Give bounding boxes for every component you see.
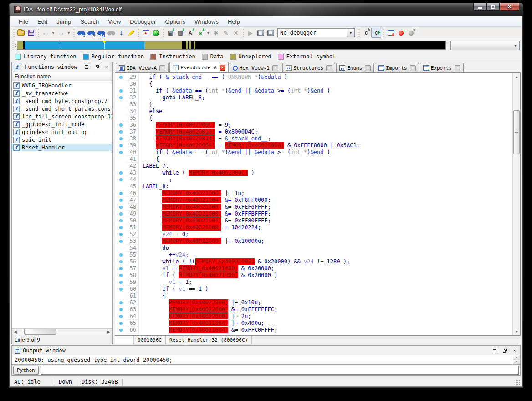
toolbar-group-handle[interactable] [72,29,75,37]
pseudocode-line-66[interactable]: 66 MEMORY[0x40021004] &= 0xFFC0FFFF; [115,327,512,334]
tab-close-icon[interactable]: × [272,65,278,71]
menu-item-file[interactable]: File [14,17,33,26]
pseudocode-line-42[interactable]: 42LABEL_7: [115,163,512,170]
pseudocode-line-45[interactable]: 45LABEL_8: [115,183,512,190]
pseudocode-line-41[interactable]: 41 { [115,156,512,163]
search-text-button[interactable]: T [86,28,96,38]
pseudocode-line-65[interactable]: 65 MEMORY[0x40021004] |= 0x400u; [115,320,512,327]
pseudocode-line-50[interactable]: 50 MEMORY[0x40021004] &= 0xFF80FFFF; [115,217,512,224]
menu-item-debugger[interactable]: Debugger [125,17,160,26]
patch-program-button[interactable]: ∗ [211,28,221,38]
forward-history-dropdown-button[interactable]: ▾ [66,28,72,38]
tab-close-icon[interactable]: × [455,65,460,71]
functions-close-icon[interactable]: × [103,64,110,70]
pseudocode-line-29[interactable]: 29 if ( &_stack_end__ == (_UNKNOWN *)&ed… [115,74,512,81]
back-history-dropdown-button[interactable]: ▾ [51,28,56,38]
tab-close-icon[interactable]: × [326,65,332,71]
scroll-down-icon[interactable]: ▼ [513,328,521,335]
output-log[interactable]: 20000450: using guessed type int dword_2… [12,355,520,365]
pseudocode-line-46[interactable]: 46 MEMORY[0x40021000] |= 1u; [115,190,512,197]
output-maximize-icon[interactable] [491,347,498,354]
toolbar-group-handle[interactable] [358,29,360,37]
tab-pseudocode[interactable]: Pseudocode-A× [169,62,228,72]
navband-down-icon[interactable]: ▾ [15,46,16,48]
pseudocode-line-58[interactable]: 58 if ( MEMORY[0x40021000] & 0x20000 ) [115,272,512,279]
pseudocode-line-52[interactable]: 52 v24 = 0; [115,231,512,238]
pseudocode-line-56[interactable]: 56 while ( !(MEMORY[0x40021000] & 0x2000… [115,258,512,265]
python-cli-input[interactable] [41,366,519,375]
debugger-selector-dropdown-icon[interactable]: ▾ [347,29,354,37]
search-again-button[interactable] [106,28,116,38]
breakpoint-list-button[interactable] [386,28,396,38]
function-row-_send_cmd_byte.constprop.7[interactable]: f_send_cmd_byte.constprop.7 [12,97,112,105]
tab-enums[interactable]: Enums× [336,63,374,72]
close-button[interactable]: ✕ [500,3,519,11]
functions-float-icon[interactable] [93,64,100,70]
scroll-track[interactable] [19,329,105,335]
functions-horizontal-scrollbar[interactable]: ◀ ▶ [12,328,112,335]
pseudocode-line-36[interactable]: 36 MEMORY[0x4002000C] = 9; [115,122,512,129]
pseudocode-line-54[interactable]: 54 do [115,245,512,252]
pseudocode-line-33[interactable]: 33 } [115,101,512,108]
navband-range-select[interactable]: ▾ [450,41,520,50]
pseudocode-line-30[interactable]: 30 { [115,81,512,87]
pseudocode-line-49[interactable]: 49 MEMORY[0x40021000] &= 0xFFFBFFFF; [115,211,512,217]
pseudocode-line-32[interactable]: 32 goto LABEL_8; [115,94,512,101]
navband-drag-handle[interactable] [11,41,14,50]
output-float-icon[interactable] [501,347,508,354]
debugger-pause-button[interactable] [256,28,266,38]
undefine-button[interactable]: ✕ [231,28,241,38]
toolbar-group-handle[interactable] [12,29,15,37]
pseudocode-line-34[interactable]: 34 else [115,108,512,115]
function-name-column-header[interactable]: Function name [12,72,112,81]
delete-breakpoint-button[interactable] [406,28,416,38]
pseudocode-line-37[interactable]: 37 MEMORY[0x40020010] = 0x8000D4C; [115,129,512,135]
debugger-start-button[interactable]: ▶ [246,28,256,38]
attach-to-process-button[interactable]: c [361,28,371,38]
debugger-selector[interactable]: No debugger ▾ [277,28,355,37]
pseudocode-line-61[interactable]: 61 { [115,293,512,299]
navigation-band[interactable] [17,41,446,50]
tab-exports[interactable]: Exports× [420,63,464,72]
function-row-_gpiodesc_init_mode[interactable]: f_gpiodesc_init_mode [12,120,112,128]
navband-range-dropdown-icon[interactable]: ▾ [512,41,519,50]
scroll-up-icon[interactable]: ▲ [513,73,521,80]
pseudocode-scroll-thumb[interactable] [513,110,520,154]
search-bytes-button[interactable]: 101 [96,28,106,38]
pseudocode-line-59[interactable]: 59 v1 = 1; [115,279,512,286]
menu-item-help[interactable]: Help [223,17,245,26]
pseudocode-line-60[interactable]: 60 if ( v1 == 1 ) [115,286,512,293]
pseudocode-line-44[interactable]: 44 ; [115,176,512,183]
make-data-button[interactable]: ▥+ [175,28,185,38]
pseudocode-text[interactable]: 29 if ( &_stack_end__ == (_UNKNOWN *)&ed… [115,73,512,335]
menu-item-options[interactable]: Options [160,17,190,26]
navigate-back-button[interactable]: ← [41,28,51,38]
function-row-_send_cmd_short_params.constprop[interactable]: f_send_cmd_short_params.constprop [12,105,112,113]
problems-list-button[interactable] [141,28,151,38]
jump-to-address-button[interactable]: ↓ [116,28,126,38]
pseudocode-line-40[interactable]: 40 if ( &edata == (int *)&end || &edata … [115,149,512,156]
open-file-button[interactable] [16,28,26,38]
pseudocode-line-64[interactable]: 64 MEMORY[0x40022000] |= 2u; [115,313,512,320]
pseudocode-line-62[interactable]: 62 MEMORY[0x40022000] |= 0x10u; [115,299,512,306]
output-scroll-up-icon[interactable]: ▲ [513,355,520,360]
menu-item-view[interactable]: View [103,17,125,26]
resize-grip[interactable] [515,380,521,386]
output-close-icon[interactable]: × [511,347,518,354]
tab-close-icon[interactable]: × [365,65,371,71]
tab-close-icon[interactable]: × [159,65,165,71]
toolbar-group-handle[interactable] [242,29,245,37]
pseudocode-line-38[interactable]: 38 MEMORY[0x40020014] = &_stack_end__; [115,135,512,142]
tab-imports[interactable]: Imports× [375,63,419,72]
make-string-dropdown-button[interactable]: ▾ [205,28,211,38]
tab-close-icon[interactable]: × [220,65,225,71]
function-row-Reset_Handler[interactable]: fReset_Handler [12,144,112,151]
source-level-debugging-button[interactable]: c [371,28,381,38]
scroll-thumb[interactable] [24,329,56,335]
make-name-button[interactable]: A+ [185,28,195,38]
minimize-button[interactable] [473,3,486,11]
toolbar-group-handle[interactable] [382,29,385,37]
pseudocode-line-53[interactable]: 53 MEMORY[0x40021000] |= 0x10000u; [115,238,512,245]
scroll-right-icon[interactable]: ▶ [105,329,112,335]
menu-item-windows[interactable]: Windows [190,17,223,26]
